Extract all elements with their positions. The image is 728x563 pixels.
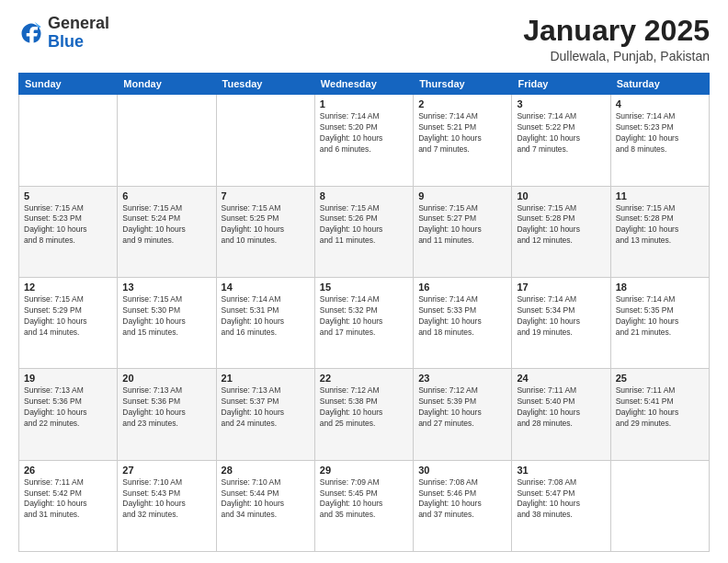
logo-text: General Blue (48, 15, 109, 52)
calendar-cell: 20Sunrise: 7:13 AMSunset: 5:36 PMDayligh… (118, 369, 216, 460)
day-info: Sunrise: 7:08 AMSunset: 5:46 PMDaylight:… (418, 477, 506, 522)
day-number: 8 (320, 190, 408, 201)
calendar-cell: 30Sunrise: 7:08 AMSunset: 5:46 PMDayligh… (414, 460, 512, 551)
day-number: 31 (517, 465, 605, 476)
day-number: 2 (418, 98, 506, 109)
location: Dullewala, Punjab, Pakistan (523, 49, 710, 63)
calendar-cell: 12Sunrise: 7:15 AMSunset: 5:29 PMDayligh… (19, 277, 118, 368)
calendar-cell: 18Sunrise: 7:14 AMSunset: 5:35 PMDayligh… (610, 277, 709, 368)
day-number: 24 (517, 373, 605, 384)
day-info: Sunrise: 7:15 AMSunset: 5:24 PMDaylight:… (122, 203, 210, 247)
day-info: Sunrise: 7:12 AMSunset: 5:38 PMDaylight:… (320, 385, 408, 430)
logo: General Blue (18, 15, 109, 52)
day-number: 21 (222, 373, 310, 384)
day-info: Sunrise: 7:15 AMSunset: 5:30 PMDaylight:… (122, 294, 210, 339)
calendar-cell: 23Sunrise: 7:12 AMSunset: 5:39 PMDayligh… (414, 369, 512, 460)
day-info: Sunrise: 7:14 AMSunset: 5:32 PMDaylight:… (320, 294, 408, 339)
day-info: Sunrise: 7:14 AMSunset: 5:33 PMDaylight:… (418, 294, 506, 339)
calendar-cell: 13Sunrise: 7:15 AMSunset: 5:30 PMDayligh… (118, 277, 216, 368)
calendar-cell (19, 95, 118, 186)
calendar-cell: 31Sunrise: 7:08 AMSunset: 5:47 PMDayligh… (512, 460, 610, 551)
day-info: Sunrise: 7:14 AMSunset: 5:20 PMDaylight:… (320, 111, 408, 155)
day-info: Sunrise: 7:14 AMSunset: 5:35 PMDaylight:… (616, 294, 704, 339)
calendar-cell: 10Sunrise: 7:15 AMSunset: 5:28 PMDayligh… (512, 186, 610, 277)
calendar-cell: 7Sunrise: 7:15 AMSunset: 5:25 PMDaylight… (216, 186, 314, 277)
day-info: Sunrise: 7:14 AMSunset: 5:22 PMDaylight:… (517, 111, 605, 155)
day-number: 13 (122, 282, 210, 293)
day-number: 25 (616, 373, 704, 384)
day-number: 29 (320, 465, 408, 476)
day-info: Sunrise: 7:11 AMSunset: 5:41 PMDaylight:… (616, 385, 704, 430)
day-info: Sunrise: 7:15 AMSunset: 5:28 PMDaylight:… (616, 203, 704, 247)
day-info: Sunrise: 7:15 AMSunset: 5:28 PMDaylight:… (517, 203, 605, 247)
day-number: 14 (222, 282, 310, 293)
day-info: Sunrise: 7:15 AMSunset: 5:25 PMDaylight:… (222, 203, 310, 247)
day-number: 26 (24, 465, 112, 476)
weekday-friday: Friday (512, 74, 610, 95)
day-number: 10 (517, 190, 605, 201)
weekday-saturday: Saturday (610, 74, 709, 95)
page: General Blue January 2025 Dullewala, Pun… (0, 0, 728, 563)
day-number: 7 (222, 190, 310, 201)
day-number: 23 (418, 373, 506, 384)
calendar-cell (610, 460, 709, 551)
calendar-cell: 24Sunrise: 7:11 AMSunset: 5:40 PMDayligh… (512, 369, 610, 460)
day-info: Sunrise: 7:15 AMSunset: 5:29 PMDaylight:… (24, 294, 112, 339)
day-info: Sunrise: 7:15 AMSunset: 5:23 PMDaylight:… (24, 203, 112, 247)
calendar-cell: 4Sunrise: 7:14 AMSunset: 5:23 PMDaylight… (610, 95, 709, 186)
day-number: 28 (222, 465, 310, 476)
calendar-week-4: 19Sunrise: 7:13 AMSunset: 5:36 PMDayligh… (19, 369, 710, 460)
calendar-cell: 11Sunrise: 7:15 AMSunset: 5:28 PMDayligh… (610, 186, 709, 277)
calendar-cell: 6Sunrise: 7:15 AMSunset: 5:24 PMDaylight… (118, 186, 216, 277)
day-info: Sunrise: 7:14 AMSunset: 5:34 PMDaylight:… (517, 294, 605, 339)
calendar-cell (216, 95, 314, 186)
day-info: Sunrise: 7:13 AMSunset: 5:36 PMDaylight:… (122, 385, 210, 430)
logo-general: General (48, 14, 109, 32)
calendar-cell: 8Sunrise: 7:15 AMSunset: 5:26 PMDaylight… (314, 186, 413, 277)
calendar-cell: 15Sunrise: 7:14 AMSunset: 5:32 PMDayligh… (314, 277, 413, 368)
day-number: 5 (24, 190, 112, 201)
day-number: 27 (122, 465, 210, 476)
day-number: 1 (320, 98, 408, 109)
weekday-monday: Monday (118, 74, 216, 95)
title-block: January 2025 Dullewala, Punjab, Pakistan (523, 15, 710, 63)
day-number: 20 (122, 373, 210, 384)
day-info: Sunrise: 7:09 AMSunset: 5:45 PMDaylight:… (320, 477, 408, 522)
calendar-week-2: 5Sunrise: 7:15 AMSunset: 5:23 PMDaylight… (19, 186, 710, 277)
header: General Blue January 2025 Dullewala, Pun… (18, 15, 710, 63)
calendar-header: Sunday Monday Tuesday Wednesday Thursday… (19, 74, 710, 95)
calendar-week-3: 12Sunrise: 7:15 AMSunset: 5:29 PMDayligh… (19, 277, 710, 368)
calendar-cell: 19Sunrise: 7:13 AMSunset: 5:36 PMDayligh… (19, 369, 118, 460)
weekday-sunday: Sunday (19, 74, 118, 95)
calendar-week-5: 26Sunrise: 7:11 AMSunset: 5:42 PMDayligh… (19, 460, 710, 551)
calendar-cell: 17Sunrise: 7:14 AMSunset: 5:34 PMDayligh… (512, 277, 610, 368)
calendar-cell: 16Sunrise: 7:14 AMSunset: 5:33 PMDayligh… (414, 277, 512, 368)
calendar-cell: 5Sunrise: 7:15 AMSunset: 5:23 PMDaylight… (19, 186, 118, 277)
day-info: Sunrise: 7:15 AMSunset: 5:26 PMDaylight:… (320, 203, 408, 247)
day-number: 16 (418, 282, 506, 293)
day-info: Sunrise: 7:14 AMSunset: 5:23 PMDaylight:… (616, 111, 704, 155)
calendar-cell: 2Sunrise: 7:14 AMSunset: 5:21 PMDaylight… (414, 95, 512, 186)
logo-text-block: General Blue (48, 15, 109, 52)
day-info: Sunrise: 7:08 AMSunset: 5:47 PMDaylight:… (517, 477, 605, 522)
calendar-cell: 22Sunrise: 7:12 AMSunset: 5:38 PMDayligh… (314, 369, 413, 460)
calendar-cell: 27Sunrise: 7:10 AMSunset: 5:43 PMDayligh… (118, 460, 216, 551)
day-info: Sunrise: 7:11 AMSunset: 5:42 PMDaylight:… (24, 477, 112, 522)
day-number: 11 (616, 190, 704, 201)
calendar-cell: 1Sunrise: 7:14 AMSunset: 5:20 PMDaylight… (314, 95, 413, 186)
calendar-cell: 9Sunrise: 7:15 AMSunset: 5:27 PMDaylight… (414, 186, 512, 277)
month-title: January 2025 (523, 15, 710, 47)
calendar-week-1: 1Sunrise: 7:14 AMSunset: 5:20 PMDaylight… (19, 95, 710, 186)
calendar-cell: 26Sunrise: 7:11 AMSunset: 5:42 PMDayligh… (19, 460, 118, 551)
day-info: Sunrise: 7:12 AMSunset: 5:39 PMDaylight:… (418, 385, 506, 430)
day-number: 3 (517, 98, 605, 109)
calendar-cell: 21Sunrise: 7:13 AMSunset: 5:37 PMDayligh… (216, 369, 314, 460)
day-number: 17 (517, 282, 605, 293)
calendar-cell: 14Sunrise: 7:14 AMSunset: 5:31 PMDayligh… (216, 277, 314, 368)
weekday-wednesday: Wednesday (314, 74, 413, 95)
calendar-cell (118, 95, 216, 186)
weekday-tuesday: Tuesday (216, 74, 314, 95)
day-number: 6 (122, 190, 210, 201)
day-number: 4 (616, 98, 704, 109)
day-info: Sunrise: 7:13 AMSunset: 5:37 PMDaylight:… (222, 385, 310, 430)
